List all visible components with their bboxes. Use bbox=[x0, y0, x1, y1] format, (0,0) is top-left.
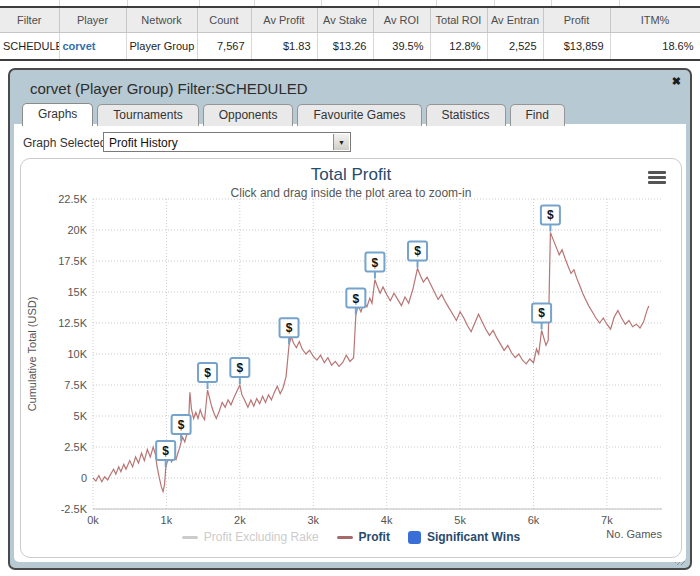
column-header[interactable]: Player bbox=[59, 8, 126, 33]
significant-win-marker[interactable]: $ bbox=[280, 318, 299, 344]
table-cell: 18.6% bbox=[610, 33, 700, 61]
table-cell: Player Group bbox=[126, 33, 197, 61]
column-header[interactable]: Profit bbox=[543, 8, 610, 33]
column-header[interactable]: Av Stake bbox=[317, 8, 373, 33]
graph-select-value: Profit History bbox=[109, 136, 178, 150]
y-tick-label: 5K bbox=[74, 410, 88, 422]
column-header[interactable]: Av ROI bbox=[373, 8, 430, 33]
y-tick-label: 2.5K bbox=[64, 441, 87, 453]
y-tick-label: 7.5K bbox=[64, 379, 87, 391]
svg-text:$: $ bbox=[352, 292, 359, 306]
player-link[interactable]: corvet bbox=[63, 40, 96, 52]
table-cell: $13.26 bbox=[317, 33, 373, 61]
tab-find[interactable]: Find bbox=[510, 104, 565, 126]
tab-opponents[interactable]: Opponents bbox=[203, 104, 294, 126]
x-tick-label: 6k bbox=[528, 514, 540, 526]
x-tick-label: 2k bbox=[234, 514, 246, 526]
significant-win-marker[interactable]: $ bbox=[541, 205, 560, 231]
column-header[interactable]: Av Entran bbox=[487, 8, 543, 33]
legend-item-significant-wins[interactable]: Significant Wins bbox=[408, 530, 520, 544]
legend-square-icon bbox=[408, 531, 421, 544]
chart-panel: Total Profit Click and drag inside the p… bbox=[20, 158, 682, 558]
column-header[interactable]: Network bbox=[126, 8, 197, 33]
y-tick-label: 10K bbox=[67, 348, 87, 360]
significant-win-marker[interactable]: $ bbox=[156, 441, 175, 467]
x-tick-label: 1k bbox=[161, 514, 173, 526]
table-cell: 12.8% bbox=[430, 33, 487, 61]
column-header[interactable]: Total ROI bbox=[430, 8, 487, 33]
svg-text:$: $ bbox=[162, 444, 169, 458]
svg-text:$: $ bbox=[414, 244, 421, 258]
player-dialog: corvet (Player Group) Filter:SCHEDULED ✖… bbox=[8, 68, 692, 570]
table-cell: 7,567 bbox=[197, 33, 251, 61]
legend-label: Profit bbox=[359, 530, 390, 544]
legend-item-profit-excluding-rake[interactable]: Profit Excluding Rake bbox=[182, 530, 319, 544]
legend-dash-icon bbox=[337, 536, 353, 539]
y-tick-label: 12.5K bbox=[58, 317, 87, 329]
y-tick-label: -2.5K bbox=[61, 503, 88, 515]
table-cell: SCHEDULED bbox=[0, 33, 59, 61]
dialog-title: corvet (Player Group) Filter:SCHEDULED bbox=[30, 80, 308, 97]
column-header[interactable]: Av Profit bbox=[251, 8, 317, 33]
table-header-row: FilterPlayerNetworkCountAv ProfitAv Stak… bbox=[0, 8, 700, 33]
chevron-down-icon: ▼ bbox=[333, 134, 349, 150]
significant-win-marker[interactable]: $ bbox=[408, 241, 427, 267]
x-tick-label: 3k bbox=[307, 514, 319, 526]
significant-win-marker[interactable]: $ bbox=[346, 289, 365, 315]
legend-label: Significant Wins bbox=[427, 530, 520, 544]
graphs-tab-content: Graph Selected: Profit History ▼ Total P… bbox=[14, 124, 686, 562]
legend-label: Profit Excluding Rake bbox=[204, 530, 319, 544]
legend-item-profit[interactable]: Profit bbox=[337, 530, 390, 544]
chart-legend: Profit Excluding RakeProfitSignificant W… bbox=[21, 530, 681, 544]
y-tick-label: 22.5K bbox=[58, 193, 87, 205]
x-tick-label: 5k bbox=[454, 514, 466, 526]
svg-text:$: $ bbox=[372, 256, 379, 270]
significant-win-marker[interactable]: $ bbox=[365, 253, 384, 279]
x-tick-label: 7k bbox=[601, 514, 613, 526]
clipped-row-above bbox=[0, 0, 700, 8]
x-tick-label: 4k bbox=[381, 514, 393, 526]
significant-win-marker[interactable]: $ bbox=[172, 415, 191, 441]
svg-text:$: $ bbox=[547, 208, 554, 222]
svg-text:$: $ bbox=[538, 306, 545, 320]
tab-graphs[interactable]: Graphs bbox=[22, 103, 93, 126]
plot-area[interactable]: 22.5K20K17.5K15K12.5K10K7.5K5K2.5K0-2.5K… bbox=[21, 159, 681, 557]
table-cell: 39.5% bbox=[373, 33, 430, 61]
table-cell: $1.83 bbox=[251, 33, 317, 61]
svg-text:$: $ bbox=[178, 418, 185, 432]
y-tick-label: 20K bbox=[67, 224, 87, 236]
x-tick-label: 0k bbox=[87, 514, 99, 526]
results-table: FilterPlayerNetworkCountAv ProfitAv Stak… bbox=[0, 8, 700, 61]
svg-text:$: $ bbox=[236, 361, 243, 375]
graph-selected-label: Graph Selected: bbox=[23, 136, 110, 150]
legend-dash-icon bbox=[182, 536, 198, 539]
table-cell: corvet bbox=[59, 33, 126, 61]
column-header[interactable]: Count bbox=[197, 8, 251, 33]
svg-text:$: $ bbox=[286, 321, 293, 335]
table-cell: 2,525 bbox=[487, 33, 543, 61]
svg-text:$: $ bbox=[204, 366, 211, 380]
graph-select[interactable]: Profit History ▼ bbox=[103, 132, 351, 152]
y-tick-label: 0 bbox=[81, 472, 87, 484]
tab-tournaments[interactable]: Tournaments bbox=[97, 104, 198, 126]
y-tick-label: 17.5K bbox=[58, 255, 87, 267]
close-icon[interactable]: ✖ bbox=[672, 74, 681, 88]
table-cell: $13,859 bbox=[543, 33, 610, 61]
table-row: SCHEDULEDcorvetPlayer Group7,567$1.83$13… bbox=[0, 33, 700, 61]
tab-statistics[interactable]: Statistics bbox=[426, 104, 506, 126]
tab-favourite-games[interactable]: Favourite Games bbox=[297, 104, 421, 126]
column-header[interactable]: ITM% bbox=[610, 8, 700, 33]
column-header[interactable]: Filter bbox=[0, 8, 59, 33]
y-tick-label: 15K bbox=[67, 286, 87, 298]
y-axis-title: Cumulative Total (USD) bbox=[26, 297, 38, 412]
dialog-tabs: GraphsTournamentsOpponentsFavourite Game… bbox=[22, 103, 565, 126]
significant-win-marker[interactable]: $ bbox=[198, 363, 217, 389]
significant-win-marker[interactable]: $ bbox=[230, 358, 249, 384]
